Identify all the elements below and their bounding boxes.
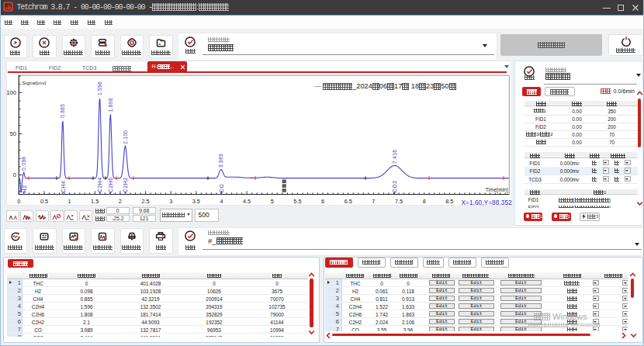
svg-text:100: 100 — [6, 89, 16, 96]
svg-text:1.5: 1.5 — [91, 198, 99, 205]
svg-text:2.5: 2.5 — [142, 198, 150, 205]
svg-text:0.098: 0.098 — [21, 157, 26, 171]
svg-text:7.5: 7.5 — [395, 198, 403, 205]
svg-text:CO: CO — [219, 184, 224, 193]
svg-text:0: 0 — [13, 171, 16, 178]
svg-text:7.416: 7.416 — [392, 150, 397, 164]
svg-text:6: 6 — [321, 198, 324, 205]
svg-text:1.808: 1.808 — [108, 98, 113, 112]
svg-text:0.5: 0.5 — [40, 198, 48, 205]
svg-text:2.100: 2.100 — [123, 130, 128, 144]
svg-text:C2H4: C2H4 — [97, 177, 102, 192]
svg-text:5: 5 — [271, 198, 274, 205]
svg-text:0: 0 — [17, 198, 20, 205]
svg-text:6.5: 6.5 — [345, 198, 352, 205]
svg-text:Signal[mv]: Signal[mv] — [23, 80, 47, 85]
svg-text:8: 8 — [423, 198, 426, 205]
svg-text:50: 50 — [10, 130, 16, 137]
svg-text:7: 7 — [372, 198, 375, 205]
svg-text:1.596: 1.596 — [97, 81, 102, 95]
svg-text:5.5: 5.5 — [293, 198, 301, 205]
svg-text:2: 2 — [119, 198, 122, 205]
svg-text:1: 1 — [68, 198, 71, 205]
svg-text:8.5: 8.5 — [445, 198, 453, 205]
svg-text:3.5: 3.5 — [192, 198, 200, 205]
svg-text:C2H6: C2H6 — [108, 177, 113, 192]
svg-text:0.865: 0.865 — [60, 104, 65, 118]
svg-text:Time[min]: Time[min] — [486, 187, 508, 193]
svg-text:H2: H2 — [22, 185, 27, 192]
svg-text:X=1.60,Y=88.352: X=1.60,Y=88.352 — [462, 199, 513, 206]
svg-text:3.989: 3.989 — [218, 154, 223, 168]
svg-text:4.5: 4.5 — [243, 198, 251, 205]
svg-text:CO2: CO2 — [392, 180, 397, 192]
svg-text:4: 4 — [220, 198, 223, 205]
svg-text:CH4: CH4 — [61, 181, 66, 193]
svg-text:3: 3 — [169, 198, 172, 205]
svg-text:C2H2: C2H2 — [123, 177, 128, 192]
